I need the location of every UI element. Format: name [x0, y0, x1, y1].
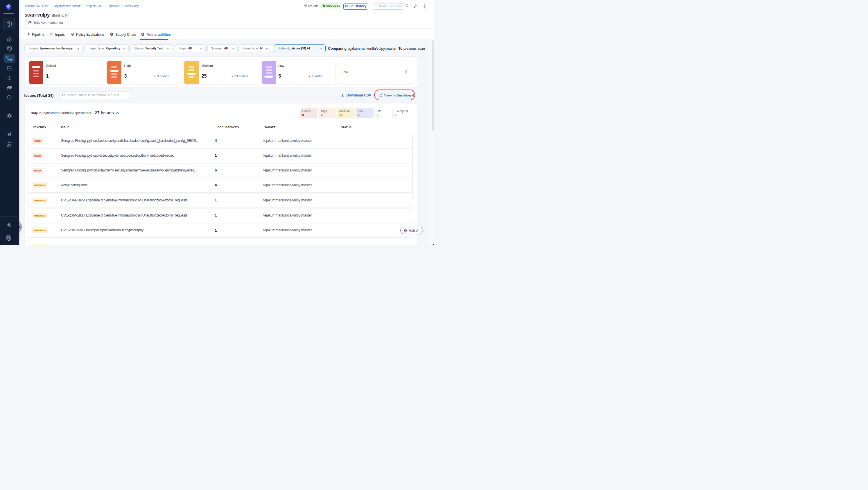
- svg-text:?: ?: [8, 223, 9, 225]
